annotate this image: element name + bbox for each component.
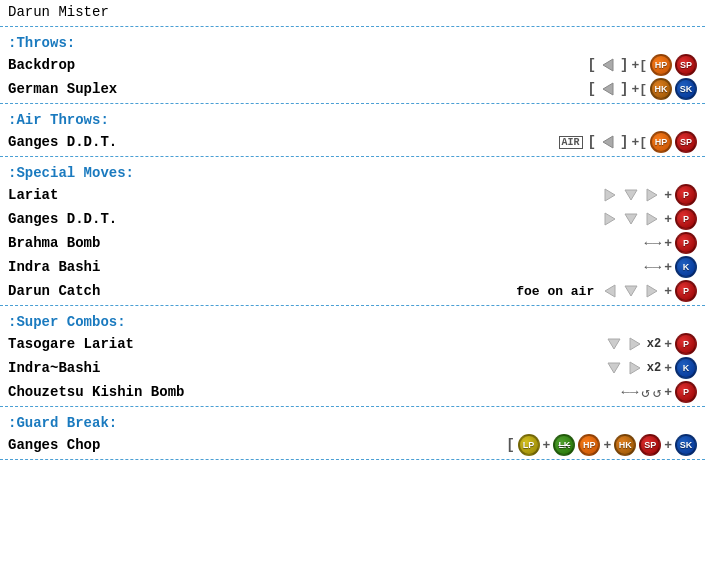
move-name: Ganges D.D.T. bbox=[8, 134, 117, 150]
move-row: Indra Bashi ←→ + K bbox=[0, 255, 705, 279]
guard-break-header: :Guard Break: bbox=[0, 409, 705, 433]
move-name: Tasogare Lariat bbox=[8, 336, 134, 352]
move-row: Ganges D.D.T. AIR [ ] +[ HP SP bbox=[0, 130, 705, 154]
p-button: P bbox=[675, 280, 697, 302]
plus-icon: +[ bbox=[631, 135, 647, 150]
sp-button: SP bbox=[675, 54, 697, 76]
down-arrow-icon bbox=[622, 282, 640, 300]
lp-button: LP bbox=[518, 434, 540, 456]
plus-icon: + bbox=[664, 284, 672, 299]
left-arrow-icon bbox=[599, 56, 617, 74]
charge-back-icon: ←→ bbox=[644, 235, 661, 251]
svg-marker-3 bbox=[605, 189, 615, 201]
move-name: German Suplex bbox=[8, 81, 117, 97]
bracket-open: [ bbox=[588, 134, 596, 150]
move-row: Ganges Chop [ LP + LK HP + HK SP + SK bbox=[0, 433, 705, 457]
right-arrow-icon bbox=[626, 359, 644, 377]
move-inputs: + P bbox=[601, 184, 697, 206]
hk-button: HK bbox=[650, 78, 672, 100]
svg-marker-5 bbox=[647, 189, 657, 201]
right-arrow-icon bbox=[601, 186, 619, 204]
left-arrow-icon bbox=[599, 133, 617, 151]
hp-button: HP bbox=[650, 131, 672, 153]
down-arrow-icon bbox=[605, 359, 623, 377]
x2-label: x2 bbox=[647, 337, 661, 351]
bracket-close: ] bbox=[620, 81, 628, 97]
air-label: AIR bbox=[559, 136, 583, 149]
move-row: Backdrop [ ] +[ HP SP bbox=[0, 53, 705, 77]
hp-button: HP bbox=[578, 434, 600, 456]
plus-icon: + bbox=[664, 438, 672, 453]
svg-marker-0 bbox=[603, 59, 613, 71]
svg-marker-12 bbox=[608, 339, 620, 349]
move-name: Ganges D.D.T. bbox=[8, 211, 117, 227]
throws-header: :Throws: bbox=[0, 29, 705, 53]
section-divider bbox=[0, 103, 705, 104]
move-row: German Suplex [ ] +[ HK SK bbox=[0, 77, 705, 101]
right-arrow-icon bbox=[626, 335, 644, 353]
move-name: Indra~Bashi bbox=[8, 360, 100, 376]
circular-arrow-icon: ↺ bbox=[641, 384, 649, 401]
svg-marker-9 bbox=[605, 285, 615, 297]
move-row: Darun Catch foe on air + P bbox=[0, 279, 705, 303]
section-divider bbox=[0, 305, 705, 306]
svg-marker-1 bbox=[603, 83, 613, 95]
move-name: Ganges Chop bbox=[8, 437, 100, 453]
left-arrow-icon bbox=[601, 282, 619, 300]
plus-icon: + bbox=[664, 236, 672, 251]
down-arrow-icon bbox=[622, 210, 640, 228]
down-arrow-icon bbox=[622, 186, 640, 204]
charge-icon: ←→ bbox=[622, 384, 639, 400]
move-name: Darun Catch bbox=[8, 283, 100, 299]
bottom-divider bbox=[0, 459, 705, 460]
hk-button: HK bbox=[614, 434, 636, 456]
move-name: Brahma Bomb bbox=[8, 235, 100, 251]
top-divider bbox=[0, 26, 705, 27]
character-name: Darun Mister bbox=[0, 0, 705, 24]
bracket-open: [ bbox=[588, 57, 596, 73]
svg-marker-13 bbox=[630, 338, 640, 350]
svg-marker-11 bbox=[647, 285, 657, 297]
special-moves-header: :Special Moves: bbox=[0, 159, 705, 183]
p-button: P bbox=[675, 232, 697, 254]
move-row: Lariat + P bbox=[0, 183, 705, 207]
charge-back-icon: ←→ bbox=[644, 259, 661, 275]
circular-arrow-icon: ↺ bbox=[653, 384, 661, 401]
plus-icon: + bbox=[664, 337, 672, 352]
super-combos-header: :Super Combos: bbox=[0, 308, 705, 332]
k-button: K bbox=[675, 357, 697, 379]
move-inputs: ←→ + K bbox=[644, 256, 697, 278]
plus-icon: +[ bbox=[631, 82, 647, 97]
move-inputs: ←→ + P bbox=[644, 232, 697, 254]
bracket-close: ] bbox=[620, 57, 628, 73]
svg-marker-14 bbox=[608, 363, 620, 373]
svg-marker-4 bbox=[625, 190, 637, 200]
sp-button: SP bbox=[639, 434, 661, 456]
sk-button: SK bbox=[675, 78, 697, 100]
p-button: P bbox=[675, 184, 697, 206]
down-arrow-icon bbox=[605, 335, 623, 353]
move-name: Lariat bbox=[8, 187, 58, 203]
p-button: P bbox=[675, 208, 697, 230]
air-throws-header: :Air Throws: bbox=[0, 106, 705, 130]
move-row: Tasogare Lariat x2 + P bbox=[0, 332, 705, 356]
move-inputs: [ LP + LK HP + HK SP + SK bbox=[506, 434, 697, 456]
plus-icon: +[ bbox=[631, 58, 647, 73]
move-inputs: ←→ ↺ ↺ + P bbox=[622, 381, 698, 403]
svg-marker-6 bbox=[605, 213, 615, 225]
svg-marker-10 bbox=[625, 286, 637, 296]
p-button: P bbox=[675, 381, 697, 403]
plus-icon: + bbox=[664, 361, 672, 376]
move-row: Chouzetsu Kishin Bomb ←→ ↺ ↺ + P bbox=[0, 380, 705, 404]
move-row: Brahma Bomb ←→ + P bbox=[0, 231, 705, 255]
plus-icon: + bbox=[664, 260, 672, 275]
move-name: Backdrop bbox=[8, 57, 75, 73]
bracket-close: ] bbox=[620, 134, 628, 150]
sp-button: SP bbox=[675, 131, 697, 153]
sk-button: SK bbox=[675, 434, 697, 456]
move-inputs: [ ] +[ HK SK bbox=[588, 78, 697, 100]
svg-marker-7 bbox=[625, 214, 637, 224]
move-row: Ganges D.D.T. + P bbox=[0, 207, 705, 231]
x2-label: x2 bbox=[647, 361, 661, 375]
svg-marker-15 bbox=[630, 362, 640, 374]
